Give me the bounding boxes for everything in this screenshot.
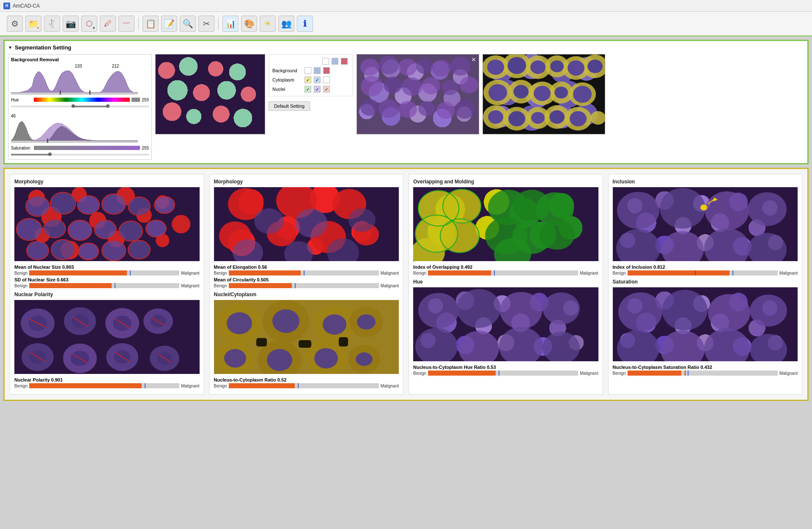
toolbar-clipboard1-btn[interactable]: 📋	[143, 16, 159, 32]
morphology2-svg	[214, 187, 399, 261]
nuclei-check1[interactable]: ✓	[304, 86, 311, 93]
mean-elongation-fill	[229, 270, 301, 275]
col-header-2	[332, 58, 338, 65]
toolbar-camera-btn[interactable]: 📷	[63, 16, 79, 32]
overlap-bar: Benign Malignant	[413, 270, 598, 275]
toolbar-folder-btn[interactable]: 📁 ▼	[25, 16, 41, 32]
inclusion-fill	[628, 270, 730, 275]
sat-color-bar	[34, 146, 140, 150]
hue-ratio-label: Nucleus-to-Cytoplasm Hue Ratio 0.53	[413, 365, 598, 370]
mean-nuclear-size-fill	[29, 270, 127, 275]
svg-point-167	[458, 331, 499, 361]
toolbar-sun-btn[interactable]: ☀	[260, 16, 276, 32]
sat-slider[interactable]	[11, 152, 149, 157]
svg-point-165	[543, 292, 580, 324]
mean-nuclear-size-bar: Benign Malignant	[14, 270, 200, 275]
app-icon: H	[3, 3, 10, 9]
svg-rect-1	[60, 90, 61, 95]
toolbar-chart-btn[interactable]: 📊	[222, 16, 239, 32]
hue-ratio-marker	[499, 371, 499, 376]
overlap-svg	[413, 187, 598, 261]
default-setting-btn[interactable]: Default Setting	[269, 101, 310, 111]
svg-point-164	[500, 292, 542, 329]
svg-point-44	[573, 86, 592, 103]
card3-title: Overlapping and Molding	[413, 179, 598, 185]
title-bar: H AmCAD-CA	[0, 0, 812, 12]
mean-elongation-track	[229, 270, 379, 275]
collapse-btn[interactable]: ▼	[8, 45, 12, 50]
settings-background-row: Background	[272, 67, 349, 74]
inclusion-red-marker	[695, 270, 696, 275]
toolbar-cursor-btn[interactable]: 🖊	[100, 16, 116, 32]
svg-point-130	[272, 309, 299, 333]
mean-nuclear-size-track	[29, 270, 179, 275]
svg-point-140	[314, 348, 338, 368]
seg-overlay-image	[155, 54, 265, 134]
bg-swatch3	[323, 67, 330, 74]
svg-point-177	[616, 229, 660, 261]
nuclei-check2[interactable]: ✓	[314, 86, 321, 93]
analysis-card-inclusion: Inclusion	[608, 174, 803, 395]
svg-point-22	[455, 100, 475, 119]
app-title: AmCAD-CA	[13, 3, 40, 9]
segmentation-panel: ▼ Segmentation Setting Background Remova…	[3, 40, 809, 164]
svg-point-173	[748, 192, 787, 226]
sat-val-46: 46	[11, 114, 16, 118]
toolbar-lasso-btn[interactable]: ⬡ ▼	[81, 16, 97, 32]
toolbar-sep1	[138, 17, 139, 30]
nuclei-check3[interactable]: ✓	[323, 86, 330, 93]
card1-image	[14, 187, 200, 261]
nuclei-cyto-svg	[214, 300, 399, 374]
nucl-cyto-ratio-label: Nucleus-to-Cytoplasm Ratio 0.52	[214, 377, 399, 382]
svg-point-163	[457, 289, 501, 328]
mean-nuclear-size-value: 0.803	[62, 264, 74, 270]
toolbar-scissors-btn[interactable]: ✂	[198, 16, 214, 32]
nuclear-polarity-fill	[29, 383, 142, 388]
cyto-check1[interactable]: ✓	[304, 76, 311, 83]
mean-elongation-metric: Mean of Elongation 0.56 Benign Malignant	[214, 264, 399, 275]
toolbar-wave-btn[interactable]: 〰	[118, 16, 134, 32]
hue-slider[interactable]	[11, 104, 149, 109]
analysis-card-overlap: Overlapping and Molding	[409, 174, 603, 395]
toolbar-clipboard2-btn[interactable]: 📝	[161, 16, 177, 32]
toolbar-palette-btn[interactable]: 🎨	[241, 16, 257, 32]
cyto-check2[interactable]: ✓	[314, 76, 321, 83]
toolbar-search-btn[interactable]: 🔍	[180, 16, 196, 32]
svg-point-43	[554, 87, 568, 98]
svg-point-20	[418, 101, 435, 116]
hue-ratio-bar: Benign Malignant	[413, 371, 598, 376]
segmentation-header: ▼ Segmentation Setting	[8, 44, 804, 51]
toolbar-people-btn[interactable]: 👥	[278, 16, 294, 32]
nuclei-cytoplasm-image	[214, 300, 399, 374]
svg-point-122	[295, 209, 327, 237]
svg-point-14	[422, 77, 440, 94]
svg-point-121	[254, 208, 284, 234]
svg-point-123	[348, 208, 376, 232]
mean-elongation-bar: Benign Malignant	[214, 270, 399, 275]
nucl-cyto-ratio-fill	[229, 383, 295, 388]
settings-nuclei-row: Nuclei ✓ ✓ ✓	[272, 86, 349, 93]
hist-title: Background Removal	[11, 57, 149, 62]
inclusion-label: Index of Inclusion 0.812	[613, 264, 798, 270]
toolbar-rabbit-btn[interactable]: 🐇	[44, 16, 60, 32]
sd-nuclear-size-fill	[29, 283, 112, 288]
toolbar-settings-btn[interactable]: ⚙	[7, 16, 23, 32]
nucl-cyto-ratio-marker	[298, 383, 299, 388]
svg-point-29	[487, 60, 504, 75]
hue-histogram-svg	[11, 69, 138, 95]
svg-point-9	[432, 60, 451, 76]
nucl-cyto-ratio-metric: Nucleus-to-Cytoplasm Ratio 0.52 Benign M…	[214, 377, 399, 388]
svg-point-54	[549, 110, 565, 124]
toolbar-info-btn[interactable]: ℹ	[297, 16, 313, 32]
svg-point-169	[543, 332, 580, 361]
mean-elongation-label: Mean of Elongation 0.56	[214, 264, 399, 270]
inclusion-svg	[613, 187, 798, 261]
overlap-label: Index of Overlapping 0.492	[413, 264, 598, 270]
svg-point-128	[227, 312, 252, 334]
svg-point-184	[750, 294, 787, 327]
svg-rect-145	[339, 337, 348, 346]
card2-title: Morphology	[214, 179, 399, 185]
sat-ratio-fill	[628, 371, 682, 376]
analysis-grid: Morphology	[10, 174, 802, 395]
nuclear-polarity-image	[14, 300, 200, 374]
